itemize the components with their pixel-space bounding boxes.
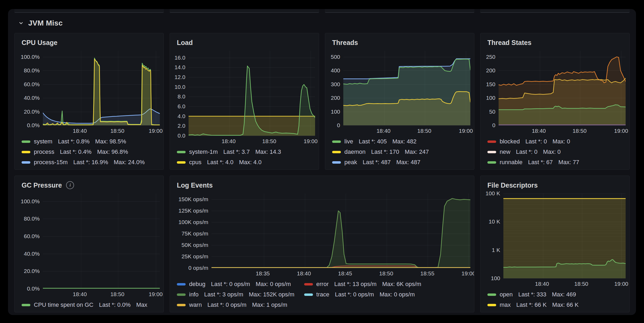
panel-title[interactable]: Thread States: [487, 39, 531, 47]
legend-series-name[interactable]: blocked: [500, 138, 520, 145]
legend-color-chip: [22, 161, 30, 164]
chart-canvas[interactable]: [503, 193, 626, 278]
legend-color-chip: [332, 140, 341, 143]
y-axis: 100.0%80.0%60.0%40.0%20.0%0.0%: [16, 51, 43, 125]
legend-series-name[interactable]: CPU time spent on GC: [34, 301, 93, 308]
previous-row-panel-stubs: [14, 9, 630, 13]
y-tick-label: 100: [491, 275, 500, 281]
legend-stat: Last *: 487: [363, 159, 391, 166]
legend-item-trace[interactable]: traceLast *: 0 ops/mMax: 0 ops/m: [304, 291, 474, 298]
panel-title[interactable]: Threads: [332, 39, 358, 47]
x-tick-label: 18:40: [535, 281, 549, 287]
legend-item-live[interactable]: liveLast *: 405Max: 482: [332, 138, 471, 145]
y-tick-label: 80.0%: [24, 67, 40, 74]
legend-item-error[interactable]: errorLast *: 13 ops/mMax: 6K ops/m: [304, 281, 474, 288]
legend-series-name[interactable]: info: [189, 291, 198, 298]
x-tick-label: 18:50: [573, 128, 587, 134]
legend-item-peak[interactable]: peakLast *: 487Max: 487: [332, 159, 471, 166]
y-tick-label: 60.0%: [24, 233, 40, 239]
panel-file-descriptors: File Descriptors100 K10 K1 K10018:4018:5…: [480, 176, 630, 312]
chart-canvas[interactable]: [499, 51, 626, 125]
legend-stat: Max: 96.8%: [97, 148, 128, 155]
legend-color-chip: [177, 293, 186, 296]
legend-item-debug[interactable]: debugLast *: 0 ops/mMax: 0 ops/m: [177, 281, 301, 288]
legend-series-name[interactable]: open: [500, 291, 513, 298]
chevron-down-icon[interactable]: [18, 20, 24, 26]
chart-canvas[interactable]: [43, 193, 160, 289]
legend-item-blocked[interactable]: blockedLast *: 0Max: 0: [487, 138, 627, 145]
chart-svg: [189, 51, 315, 136]
legend-stat: Last *: 16.9%: [73, 159, 108, 166]
legend: systemLast *: 0.8%Max: 98.5%processLast …: [15, 136, 164, 169]
legend: debugLast *: 0 ops/mMax: 0 ops/merrorLas…: [170, 279, 474, 312]
legend-series-name[interactable]: max: [500, 301, 511, 308]
legend-stat: Max: 487: [396, 159, 421, 166]
legend-series-name[interactable]: process: [34, 148, 54, 155]
legend-series-name[interactable]: trace: [316, 291, 329, 298]
legend-item-new[interactable]: newLast *: 0Max: 0: [487, 148, 627, 155]
legend-item-max[interactable]: maxLast *: 66 KMax: 66 K: [487, 301, 627, 308]
legend-series-name[interactable]: process-15m: [34, 159, 68, 166]
chart-canvas[interactable]: [343, 51, 470, 125]
panel-title[interactable]: Load: [177, 39, 193, 47]
legend-stat: Last *: 4.0: [207, 159, 233, 166]
x-axis: 18:4018:5019:00: [342, 125, 470, 136]
legend-series-name[interactable]: error: [316, 281, 329, 288]
chart-canvas[interactable]: [189, 51, 315, 136]
panel-title[interactable]: File Descriptors: [487, 181, 538, 189]
legend-color-chip: [304, 293, 313, 296]
legend-item-CPU time spent on GC[interactable]: CPU time spent on GCLast *: 0.0%Max: [22, 301, 161, 308]
y-tick-label: 10.0: [174, 84, 185, 90]
legend-stat: Max: 6K ops/m: [382, 281, 421, 288]
legend-item-daemon[interactable]: daemonLast *: 170Max: 247: [332, 148, 471, 155]
legend-series-name[interactable]: daemon: [344, 148, 366, 155]
row-title[interactable]: JVM Misc: [28, 19, 63, 27]
panel-header: Thread States: [480, 33, 629, 49]
y-tick-label: 100.0%: [21, 54, 40, 60]
legend-stat: Max: 0: [553, 138, 570, 145]
panel-title[interactable]: CPU Usage: [22, 39, 58, 47]
chart-svg: [43, 51, 160, 125]
legend-series-name[interactable]: runnable: [500, 159, 523, 166]
x-axis: 18:4018:5019:00: [41, 289, 160, 299]
legend-series-name[interactable]: system: [34, 138, 52, 145]
legend-item-system[interactable]: systemLast *: 0.8%Max: 98.5%: [22, 138, 161, 145]
legend-color-chip: [487, 293, 496, 296]
chart-canvas[interactable]: [43, 51, 160, 125]
legend: liveLast *: 405Max: 482daemonLast *: 170…: [325, 136, 474, 169]
legend-series-name[interactable]: warn: [189, 301, 202, 308]
y-tick-label: 200: [331, 95, 340, 101]
legend-series-name[interactable]: cpus: [189, 159, 201, 166]
legend: blockedLast *: 0Max: 0newLast *: 0Max: 0…: [480, 136, 629, 169]
info-icon[interactable]: i: [66, 181, 74, 189]
legend-item-cpus[interactable]: cpusLast *: 4.0Max: 4.0: [177, 159, 316, 166]
legend-series-name[interactable]: debug: [189, 281, 205, 288]
chart-canvas[interactable]: [211, 193, 470, 268]
legend-stat: Max: 4.0: [239, 159, 262, 166]
legend-series-name[interactable]: system-1m: [189, 148, 218, 155]
legend-item-process-15m[interactable]: process-15mLast *: 16.9%Max: 24.0%: [22, 159, 161, 166]
legend-item-system-1m[interactable]: system-1mLast *: 3.7Max: 14.3: [177, 148, 316, 155]
x-tick-label: 19:00: [149, 128, 163, 134]
y-tick-label: 125K ops/m: [178, 208, 208, 214]
legend-series-name[interactable]: live: [344, 138, 353, 145]
x-tick-label: 18:40: [297, 270, 311, 277]
panel-title[interactable]: Log Events: [177, 181, 213, 189]
legend-item-warn[interactable]: warnLast *: 0 ops/mMax: 1 ops/m: [177, 301, 301, 308]
dashboard-canvas: JVM Misc CPU Usage100.0%80.0%60.0%40.0%2…: [8, 9, 636, 315]
x-tick-label: 18:40: [73, 291, 87, 297]
legend-item-process[interactable]: processLast *: 0.4%Max: 96.8%: [22, 148, 161, 155]
legend-item-runnable[interactable]: runnableLast *: 67Max: 77: [487, 159, 627, 166]
panel-stub: [170, 9, 319, 13]
legend-stat: Max: 482: [392, 138, 417, 145]
row-header-jvm-misc[interactable]: JVM Misc: [14, 15, 630, 31]
legend-series-name[interactable]: new: [500, 148, 510, 155]
y-tick-label: 4.0: [178, 113, 185, 119]
legend-series-name[interactable]: peak: [344, 159, 357, 166]
legend-item-info[interactable]: infoLast *: 3 ops/mMax: 152K ops/m: [177, 291, 301, 298]
x-axis: 18:4018:5019:00: [502, 278, 626, 289]
panel-title[interactable]: GC Pressure: [22, 181, 62, 189]
legend-stat: Last *: 0: [525, 138, 547, 145]
legend-item-open[interactable]: openLast *: 333Max: 469: [487, 291, 627, 298]
legend-stat: Max: 1 ops/m: [252, 301, 287, 308]
